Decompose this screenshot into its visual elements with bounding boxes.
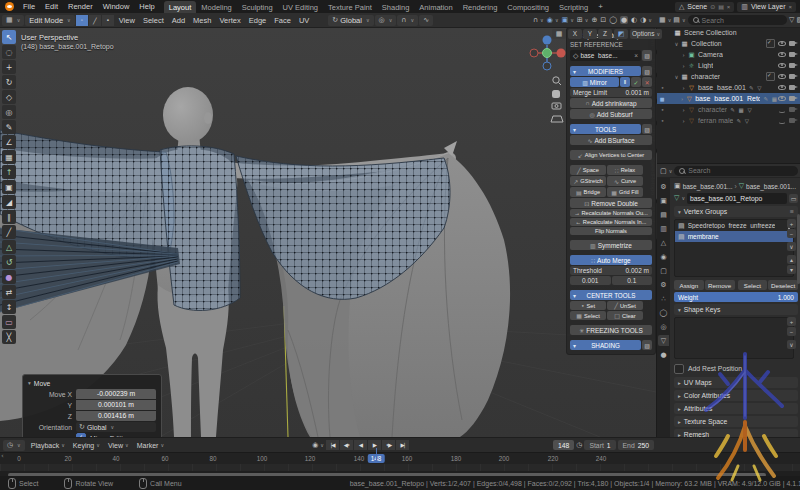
select-button[interactable]: Select bbox=[738, 280, 768, 290]
properties-tab[interactable]: ⚙ bbox=[658, 279, 669, 290]
blender-logo-icon[interactable] bbox=[5, 2, 14, 11]
hide-eye-icon[interactable] bbox=[778, 73, 786, 80]
threshold-preset-a[interactable]: 0.001 bbox=[570, 276, 611, 285]
tool-button[interactable]: ↺ bbox=[2, 255, 16, 269]
workspace-tab[interactable]: Animation bbox=[414, 1, 457, 13]
tool-button[interactable]: ▣ bbox=[2, 180, 16, 194]
overlays-icon[interactable]: ⊕ bbox=[591, 16, 597, 24]
data-name-field[interactable]: base_base.001_Retopo bbox=[687, 193, 787, 204]
outliner-row[interactable]: • › ▽ character ✎ ▦ ▽ bbox=[657, 104, 800, 115]
vertex-group-item[interactable]: ▤ membrane bbox=[675, 231, 793, 242]
viewport-menu-item[interactable]: Face bbox=[270, 16, 295, 25]
close-icon[interactable]: × bbox=[788, 4, 792, 10]
move-up-button[interactable]: ▴ bbox=[787, 255, 796, 264]
workspace-tab[interactable]: UV Editing bbox=[278, 1, 323, 13]
shape-key-list[interactable] bbox=[674, 317, 794, 359]
show-gizmo-icon[interactable]: ⊞ bbox=[577, 16, 589, 24]
expand-arrow-icon[interactable]: › bbox=[680, 107, 687, 113]
collapsed-panel-header[interactable]: UV Maps bbox=[674, 377, 798, 388]
add-button[interactable]: + bbox=[787, 219, 796, 228]
outliner-search-input[interactable]: Search bbox=[688, 15, 787, 25]
reference-field[interactable]: ◇ base_base... × bbox=[570, 50, 641, 61]
symmetrize-button[interactable]: ▥Symmetrize bbox=[570, 240, 652, 250]
properties-tab[interactable]: ◯ bbox=[658, 307, 669, 318]
options-dropdown[interactable]: Options bbox=[630, 29, 662, 39]
vertex-groups-panel-header[interactable]: Vertex Groups≡ bbox=[674, 206, 798, 217]
menu-item[interactable]: File bbox=[18, 2, 40, 11]
filter-icon[interactable]: ▽ bbox=[789, 16, 794, 24]
unpin-icon[interactable]: ⊙ bbox=[710, 3, 715, 10]
merge-limit-field[interactable]: Merge Limit0.001 m bbox=[570, 88, 652, 97]
properties-tab[interactable]: ● bbox=[658, 349, 669, 360]
add-subsurf-button[interactable]: ◎Add Subsurf bbox=[570, 109, 652, 119]
shading-wireframe-icon[interactable]: ◯ bbox=[609, 16, 617, 24]
outliner-row[interactable]: ∨ ▦ Collection bbox=[657, 38, 800, 49]
threshold-preset-b[interactable]: 0.1 bbox=[612, 276, 653, 285]
move-panel-header[interactable]: Move bbox=[28, 378, 156, 388]
shading-rendered-icon[interactable]: ◑ bbox=[640, 16, 652, 24]
exclude-checkbox[interactable] bbox=[766, 39, 775, 48]
shading-header[interactable]: SHADING bbox=[570, 340, 641, 350]
timeline-tracks[interactable] bbox=[0, 464, 800, 471]
move-down-button[interactable]: ▾ bbox=[787, 265, 796, 274]
viewport-menu-item[interactable]: Mesh bbox=[189, 16, 215, 25]
render-camera-icon[interactable] bbox=[789, 106, 798, 113]
retopo-tool-button[interactable]: ▤Bridge bbox=[570, 187, 606, 197]
expand-arrow-icon[interactable]: ∨ bbox=[673, 41, 680, 47]
apply-check-icon[interactable]: ✓ bbox=[631, 77, 641, 87]
render-camera-icon[interactable] bbox=[789, 95, 798, 102]
expand-arrow-icon[interactable]: ∨ bbox=[673, 74, 680, 80]
flip-normals-button[interactable]: Flip Normals bbox=[570, 227, 652, 235]
align-vertices-button[interactable]: ↙Align Vertices to Center bbox=[570, 150, 652, 160]
render-camera-icon[interactable] bbox=[789, 117, 798, 124]
snap-target-icon[interactable]: ◩ bbox=[614, 29, 628, 39]
add-bsurface-button[interactable]: ∿Add BSurface bbox=[570, 135, 652, 145]
vertex-group-item[interactable]: ▤ Speedretopo_freeze_unfreeze bbox=[675, 220, 793, 231]
tool-button[interactable]: ⇄ bbox=[2, 285, 16, 299]
specials-dropdown[interactable]: ∨ bbox=[787, 340, 796, 349]
tool-button[interactable]: ✎ bbox=[2, 120, 16, 134]
transform-orientation-dropdown[interactable]: ↻Global bbox=[328, 15, 373, 26]
hide-eye-icon[interactable] bbox=[778, 51, 786, 58]
scene-selector[interactable]: △ Scene ⊙ ▤ × bbox=[675, 2, 734, 12]
menu-item[interactable]: Window bbox=[98, 2, 135, 11]
tool-button[interactable]: ◌ bbox=[2, 45, 16, 59]
xray-toggle-icon[interactable]: ⊡ bbox=[600, 16, 606, 24]
current-frame-field[interactable]: 148 bbox=[553, 440, 574, 450]
outliner-row[interactable]: ▦ Scene Collection bbox=[657, 27, 800, 38]
display-mode-icon[interactable]: ▤ bbox=[673, 16, 685, 24]
timeline-menu-item[interactable]: Playback bbox=[27, 442, 69, 449]
mirror-axis-toggle[interactable]: X bbox=[568, 29, 582, 39]
tool-button[interactable]: ▭ bbox=[2, 315, 16, 329]
shape-keys-panel-header[interactable]: Shape Keys bbox=[674, 304, 798, 315]
remove-button[interactable]: − bbox=[787, 229, 796, 238]
tool-button[interactable]: + bbox=[2, 60, 16, 74]
render-camera-icon[interactable] bbox=[789, 51, 798, 58]
menu-item[interactable]: Help bbox=[134, 2, 159, 11]
properties-tab[interactable]: ∴ bbox=[658, 293, 669, 304]
retopo-tool-button[interactable]: ↗GStretch bbox=[570, 176, 606, 186]
editor-type-dropdown[interactable]: ◷ bbox=[3, 440, 25, 451]
properties-tab[interactable]: ◎ bbox=[658, 321, 669, 332]
viewport-menu-item[interactable]: Vertex bbox=[215, 16, 244, 25]
auto-merge-button[interactable]: ∷Auto Merge bbox=[570, 255, 652, 265]
tools-icon[interactable]: ▨ bbox=[642, 124, 652, 134]
mirror-axis-icon[interactable]: ‖ bbox=[620, 77, 630, 87]
new-scene-icon[interactable]: ▤ bbox=[718, 3, 724, 10]
options-icon[interactable]: ▨ bbox=[796, 16, 800, 24]
timeline-menu-item[interactable]: View bbox=[104, 442, 133, 449]
timeline-ruler[interactable]: 020406080100120140160180200220240 148 bbox=[0, 452, 800, 464]
tool-button[interactable]: ∥ bbox=[2, 210, 16, 224]
outliner-row[interactable]: ■ › ▽ base_base.001_Retopo ✎ ▦ bbox=[657, 93, 800, 104]
exclude-checkbox[interactable] bbox=[766, 72, 775, 81]
clear-icon[interactable]: × bbox=[634, 52, 638, 59]
tool-button[interactable]: ↻ bbox=[2, 75, 16, 89]
viewport-menu-item[interactable]: Select bbox=[139, 16, 168, 25]
shading-material-icon[interactable]: ◐ bbox=[631, 16, 637, 24]
axis-value-field[interactable]: -0.000239 m bbox=[76, 389, 156, 399]
center-tool-button[interactable]: ▦Select bbox=[570, 311, 606, 320]
view-layer-selector[interactable]: ▥ View Layer × bbox=[737, 2, 796, 12]
hide-eye-icon[interactable] bbox=[778, 40, 786, 47]
tools-header[interactable]: TOOLS bbox=[570, 124, 641, 134]
tool-button[interactable]: ● bbox=[2, 270, 16, 284]
